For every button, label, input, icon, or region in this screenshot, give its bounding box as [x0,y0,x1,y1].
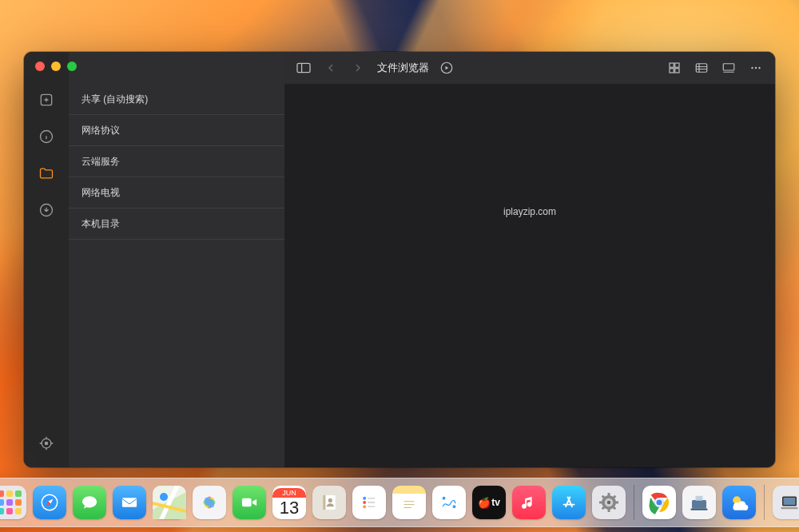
rail-target-button[interactable] [37,434,56,453]
rail-info-button[interactable] [37,127,56,146]
category-label: 网络协议 [81,125,120,136]
category-list: 共享 (自动搜索) 网络协议 云端服务 网络电视 本机目录 [69,52,284,467]
dock-facetime-icon[interactable] [233,486,266,519]
category-label: 本机目录 [81,218,120,229]
category-item[interactable]: 网络协议 [69,115,284,146]
dock-music-icon[interactable] [512,486,546,519]
category-label: 网络电视 [81,187,120,198]
svg-rect-11 [696,64,707,73]
rail-download-button[interactable] [37,200,56,220]
list-view-button[interactable] [690,57,713,79]
svg-rect-45 [784,498,796,505]
category-label: 云端服务 [81,156,120,167]
dock-vmware-icon[interactable] [682,486,716,519]
play-button[interactable] [435,57,458,79]
svg-point-31 [363,505,366,508]
calendar-month: JUN [272,488,306,498]
dock-separator [634,485,634,520]
category-label: 共享 (自动搜索) [81,93,148,105]
appletv-label: tv [491,497,500,508]
window-controls [35,62,77,71]
svg-rect-9 [670,69,674,73]
dock-contacts-icon[interactable] [312,486,346,519]
dock: JUN 13 🍎tv [0,478,799,527]
svg-point-4 [45,442,47,444]
dock-container: JUN 13 🍎tv [0,478,799,527]
category-item[interactable]: 网络电视 [69,177,284,208]
svg-point-20 [160,493,168,501]
sidebar-toggle-button[interactable] [292,57,315,79]
svg-rect-25 [242,498,252,506]
dock-appstore-icon[interactable] [552,486,586,519]
rail-add-button[interactable] [37,90,56,109]
svg-point-28 [328,498,332,502]
svg-point-30 [363,501,366,504]
svg-rect-42 [696,496,703,501]
category-item[interactable]: 本机目录 [69,208,284,240]
svg-point-32 [443,498,445,500]
forward-button[interactable] [347,57,369,79]
svg-point-29 [363,497,366,500]
dock-safari-icon[interactable] [33,486,66,519]
svg-rect-40 [692,500,706,509]
svg-rect-12 [723,64,734,70]
dock-appletv-icon[interactable]: 🍎tv [472,486,506,519]
category-item[interactable]: 云端服务 [69,146,284,177]
svg-point-13 [751,67,753,69]
dock-notes-icon[interactable] [392,486,426,519]
dock-maps-icon[interactable] [153,486,186,519]
minimize-button[interactable] [51,62,61,71]
close-button[interactable] [35,62,45,71]
svg-rect-5 [297,63,310,72]
maximize-button[interactable] [67,62,77,71]
dock-recent-icon[interactable] [773,486,799,519]
svg-rect-27 [323,495,325,510]
svg-point-33 [453,506,455,508]
app-window: 共享 (自动搜索) 网络协议 云端服务 网络电视 本机目录 文件浏览器 [24,52,775,467]
content-area: iplayzip.com [284,84,775,467]
dock-freeform-icon[interactable] [432,486,466,519]
grid-view-button[interactable] [663,57,686,79]
svg-rect-8 [675,63,679,67]
dock-calendar-icon[interactable]: JUN 13 [272,486,306,519]
svg-point-15 [758,67,760,69]
svg-point-39 [656,499,663,506]
svg-point-36 [607,501,611,505]
dock-separator [764,485,765,520]
toolbar-title: 文件浏览器 [377,61,429,75]
toolbar: 文件浏览器 [284,52,775,84]
rail-folder-button[interactable] [37,164,56,183]
more-button[interactable] [745,57,767,79]
watermark-text: iplayzip.com [503,206,556,217]
dock-weather-icon[interactable] [722,486,756,519]
calendar-day: 13 [280,499,299,517]
dock-reminders-icon[interactable] [352,486,386,519]
svg-rect-41 [691,509,708,510]
category-item[interactable]: 共享 (自动搜索) [69,84,284,115]
svg-rect-18 [122,498,137,507]
svg-rect-10 [675,69,679,73]
display-view-button[interactable] [718,57,740,79]
dock-chrome-icon[interactable] [642,486,676,519]
dock-messages-icon[interactable] [73,486,106,519]
main-area: 文件浏览器 iplayzip.com [284,52,775,467]
dock-mail-icon[interactable] [113,486,146,519]
svg-rect-46 [781,507,798,509]
dock-photos-icon[interactable] [193,486,226,519]
svg-point-14 [755,67,757,69]
icon-rail [24,52,69,467]
svg-rect-7 [670,63,674,67]
dock-launchpad-icon[interactable] [0,486,26,519]
back-button[interactable] [320,57,342,79]
dock-settings-icon[interactable] [592,486,626,519]
